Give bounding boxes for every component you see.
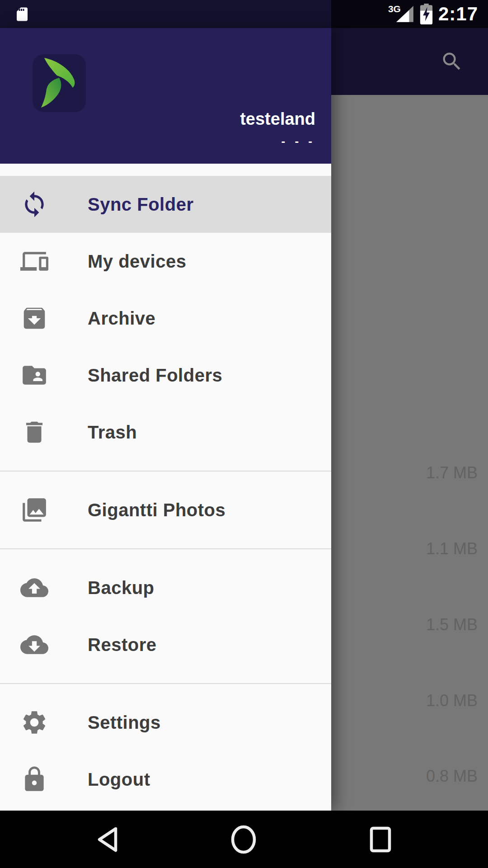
file-size: 1.7 MB (426, 462, 478, 484)
system-nav-bar (0, 811, 488, 868)
recents-button[interactable] (349, 811, 412, 868)
drawer-divider (0, 461, 331, 481)
home-icon (230, 825, 257, 854)
home-button[interactable] (212, 811, 275, 868)
devices-icon (20, 247, 49, 276)
photo-library-icon (20, 495, 49, 524)
drawer-item-label: Restore (88, 635, 156, 655)
cloud-download-icon (20, 630, 49, 659)
file-size: 0.8 MB (426, 765, 478, 787)
drawer-item-settings[interactable]: Settings (0, 694, 331, 751)
trash-icon (20, 418, 49, 447)
file-size: 1.5 MB (426, 614, 478, 636)
archive-icon (20, 304, 49, 333)
cloud-upload-icon (20, 573, 49, 602)
battery-charging-icon (420, 4, 433, 24)
drawer-item-gigantti-photos[interactable]: Gigantti Photos (0, 481, 331, 538)
drawer-item-label: My devices (88, 251, 186, 272)
account-subtitle: - - - (282, 134, 315, 148)
drawer-item-label: Backup (88, 578, 155, 598)
drawer-divider (0, 673, 331, 694)
back-button[interactable] (76, 811, 139, 868)
drawer-divider (0, 538, 331, 559)
drawer-item-logout[interactable]: Logout (0, 751, 331, 808)
nav-drawer: testeland - - - Sync Folder My devices A… (0, 28, 331, 811)
sd-card-icon (14, 5, 30, 24)
account-username: testeland (240, 109, 315, 129)
drawer-item-archive[interactable]: Archive (0, 290, 331, 347)
android-screen: 1.7 MB 1.1 MB 1.5 MB 1.0 MB 0.8 MB 0.9 M… (0, 0, 488, 868)
drawer-item-sync-folder[interactable]: Sync Folder (0, 176, 331, 233)
gear-icon (20, 708, 49, 737)
drawer-header: testeland - - - (0, 28, 331, 164)
drawer-item-my-devices[interactable]: My devices (0, 233, 331, 290)
drawer-item-label: Trash (88, 422, 137, 443)
drawer-item-label: Archive (88, 308, 155, 329)
drawer-item-backup[interactable]: Backup (0, 559, 331, 616)
lock-icon (20, 765, 49, 794)
drawer-item-label: Settings (88, 712, 161, 733)
file-size: 1.1 MB (426, 538, 478, 560)
signal-strength-icon: 3G (388, 4, 414, 24)
drawer-item-label: Gigantti Photos (88, 500, 225, 520)
back-icon (96, 826, 119, 853)
drawer-item-trash[interactable]: Trash (0, 404, 331, 461)
drawer-item-label: Logout (88, 769, 150, 790)
status-bar: 3G 2:17 (0, 0, 488, 28)
search-icon (440, 50, 464, 73)
folder-shared-icon (20, 361, 49, 390)
drawer-item-restore[interactable]: Restore (0, 616, 331, 673)
file-size: 1.0 MB (426, 690, 478, 712)
drawer-item-shared-folders[interactable]: Shared Folders (0, 347, 331, 404)
drawer-item-label: Shared Folders (88, 365, 222, 386)
sync-icon (20, 190, 49, 219)
clock: 2:17 (438, 3, 478, 25)
recents-icon (369, 826, 392, 853)
drawer-item-label: Sync Folder (88, 194, 193, 215)
app-logo (33, 54, 86, 112)
search-button[interactable] (435, 45, 469, 78)
